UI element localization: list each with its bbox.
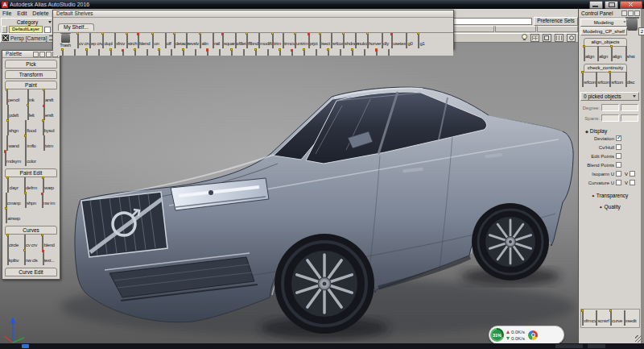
palette-tool[interactable]: airswp — [4, 209, 22, 223]
menu-item[interactable]: File — [2, 10, 11, 16]
cp-restore-icon[interactable] — [621, 10, 627, 16]
shelf-tool-icon[interactable] — [74, 49, 76, 56]
spans-field-u[interactable] — [601, 114, 619, 122]
cp-tool[interactable]: curve — [609, 311, 623, 326]
palette-tab-transform[interactable]: Transform — [5, 70, 57, 79]
shelf-tool-icon[interactable] — [231, 49, 233, 56]
shelf-tool[interactable]: modift — [258, 34, 270, 48]
shelf-tool[interactable] — [225, 50, 237, 56]
maximize-button[interactable] — [605, 1, 618, 9]
palette-tool[interactable]: pencil — [4, 90, 22, 105]
shelf-tool-icon[interactable] — [110, 49, 112, 56]
palette-tab-paint-edit[interactable]: Paint Edit — [5, 168, 57, 177]
palette-tool-icon[interactable] — [25, 120, 27, 135]
palette-tool[interactable]: warp — [39, 178, 57, 193]
cp-tool[interactable]: scnsrf — [596, 311, 609, 326]
cp-menu-icon[interactable] — [634, 10, 640, 16]
cp-tool[interactable]: srfcon — [609, 73, 623, 87]
display-row-checkbox[interactable] — [616, 153, 621, 159]
shelf-tool[interactable]: off — [162, 34, 174, 48]
shelf-tool-icon[interactable] — [89, 33, 91, 48]
shelf-tool[interactable]: xfrcv — [114, 34, 126, 48]
shelf-tool-icon[interactable] — [98, 49, 100, 56]
trash-icon[interactable] — [61, 34, 70, 43]
default-layer-chip[interactable]: DefaultLayer — [9, 26, 43, 33]
shelf-tool-icon[interactable] — [352, 49, 353, 56]
layer-lead-box[interactable] — [2, 26, 7, 33]
cp-tool-icon[interactable] — [609, 72, 611, 87]
palette-tool[interactable]: clayr — [4, 178, 22, 193]
shelf-tool-icon[interactable] — [308, 33, 310, 48]
shelf-tool[interactable] — [298, 50, 310, 56]
palette-tool-icon[interactable] — [7, 105, 9, 120]
cp-tool-icon[interactable] — [610, 310, 612, 326]
cp-tool[interactable]: srfcon — [582, 73, 596, 87]
palette-tool-icon[interactable] — [43, 250, 44, 265]
palette-tool[interactable]: ersft — [39, 106, 57, 120]
shelf-tool-icon[interactable] — [195, 49, 196, 56]
shelf-tool[interactable] — [274, 50, 286, 56]
cp-tool[interactable]: xfrmcv — [582, 311, 596, 326]
shelf-tool-icon[interactable] — [134, 49, 136, 56]
shelf-tool-icon[interactable] — [213, 33, 214, 48]
palette-tool[interactable]: kplbv — [4, 251, 22, 265]
gear-icon[interactable] — [567, 34, 576, 42]
shelf-tool[interactable]: untrim — [295, 34, 307, 48]
shelf-tool-icon[interactable] — [391, 33, 393, 48]
shelf-tool-icon[interactable] — [126, 33, 128, 48]
taskbar-tray[interactable] — [555, 344, 583, 348]
cp-tool-icon[interactable] — [611, 46, 613, 61]
shelf-tool-icon[interactable] — [183, 49, 184, 56]
cp-tool-icon[interactable] — [625, 46, 627, 61]
palette-tool-icon[interactable] — [43, 135, 45, 151]
palette-tool-icon[interactable] — [24, 177, 26, 193]
palette-pin-icon[interactable] — [33, 52, 39, 57]
cp-collapse-icon[interactable] — [628, 10, 634, 16]
shelf-tool-icon[interactable] — [367, 33, 369, 48]
palette-tool[interactable]: defrm — [22, 178, 39, 193]
shelf-tool[interactable]: revslv — [186, 34, 198, 48]
shelf-tool-icon[interactable] — [382, 33, 383, 48]
side-tab[interactable]: 2 — [638, 27, 644, 35]
display-section-header[interactable]: Display — [585, 128, 641, 134]
cp-tool[interactable]: srfcon — [596, 73, 609, 87]
shelf-tool[interactable]: dupl — [101, 34, 114, 48]
shelf-tool[interactable] — [262, 50, 274, 56]
palette-tool[interactable]: pdsft — [4, 106, 22, 120]
promptline-input[interactable] — [453, 18, 532, 25]
shelf-tool-icon[interactable] — [328, 49, 329, 56]
menu-item[interactable]: Edit — [17, 10, 27, 16]
shelf-tool-icon[interactable] — [219, 49, 221, 56]
shelf-tool-icon[interactable] — [272, 33, 274, 48]
shelf-tool[interactable] — [177, 50, 189, 56]
shelf-tool-icon[interactable] — [86, 49, 88, 56]
shelf-tool[interactable]: cv crv — [77, 34, 89, 48]
shelf-tool[interactable]: horver — [367, 34, 379, 48]
palette-tool-icon[interactable] — [43, 177, 44, 193]
palette-tab-pick[interactable]: Pick — [5, 60, 57, 69]
cp-expander[interactable]: Transparency — [579, 193, 641, 198]
palette-tool[interactable]: mdsym — [4, 152, 22, 166]
shelf-tool-icon[interactable] — [376, 49, 378, 56]
cp-tool-icon[interactable] — [582, 72, 584, 87]
car-model-canvas[interactable] — [0, 41, 578, 343]
shelf-tool[interactable] — [286, 50, 298, 56]
shelf-tool[interactable] — [141, 50, 153, 56]
shelf-tool[interactable]: shdnon — [343, 34, 355, 48]
cp-tool[interactable]: xsedit — [623, 311, 637, 326]
shelf-tool[interactable] — [189, 50, 201, 56]
shelf-tool-icon[interactable] — [316, 49, 317, 56]
shelf-tool-icon[interactable] — [340, 49, 341, 56]
palette-tab-paint[interactable]: Paint — [5, 81, 57, 89]
shelf-tool[interactable] — [322, 50, 334, 56]
shelf-tool[interactable] — [105, 50, 117, 56]
shelf-tool[interactable]: g0 — [403, 34, 415, 48]
degree-field-v[interactable] — [621, 104, 638, 111]
shelf-tool-icon[interactable] — [147, 49, 148, 56]
palette-tool-icon[interactable] — [7, 120, 9, 135]
resize-grip[interactable] — [635, 335, 642, 343]
cp-tool[interactable]: align — [609, 47, 623, 61]
shelf-tool-icon[interactable] — [122, 49, 124, 56]
shelf-tool[interactable]: detach — [174, 34, 186, 48]
shelf-tool-icon[interactable] — [295, 33, 296, 48]
